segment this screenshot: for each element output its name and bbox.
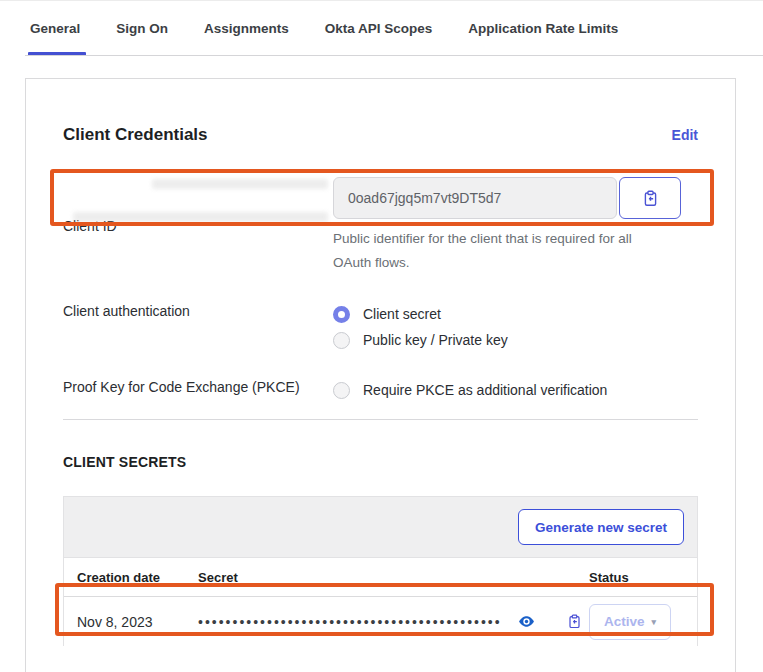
pkce-row: Proof Key for Code Exchange (PKCE) Requi… bbox=[63, 377, 698, 403]
radio-client-secret[interactable]: Client secret bbox=[333, 301, 698, 327]
clipboard-copy-icon bbox=[567, 614, 582, 629]
client-authentication-row: Client authentication Client secret Publ… bbox=[63, 301, 698, 353]
section-divider bbox=[63, 419, 698, 420]
pkce-checkbox-option[interactable]: Require PKCE as additional verification bbox=[333, 377, 698, 403]
secrets-table-header: Creation date Secret Status bbox=[64, 558, 697, 597]
client-id-value-field[interactable]: 0oad67jgq5m7vt9DT5d7 bbox=[333, 177, 617, 219]
client-secrets-title: CLIENT SECRETS bbox=[63, 454, 698, 470]
section-title-client-credentials: Client Credentials bbox=[63, 125, 208, 145]
client-authentication-label: Client authentication bbox=[63, 301, 333, 321]
pkce-label: Proof Key for Code Exchange (PKCE) bbox=[63, 377, 333, 397]
client-secrets-panel: Generate new secret Creation date Secret… bbox=[63, 496, 698, 646]
client-id-help-text: Public identifier for the client that is… bbox=[333, 227, 673, 275]
pkce-option-label: Require PKCE as additional verification bbox=[363, 382, 607, 398]
secrets-panel-header: Generate new secret bbox=[64, 497, 697, 558]
radio-unselected-icon bbox=[333, 332, 350, 349]
header-status: Status bbox=[589, 570, 684, 585]
tab-application-rate-limits[interactable]: Application Rate Limits bbox=[468, 1, 618, 56]
masked-secret-value: ••••••••••••••••••••••••••••••••••••••••… bbox=[198, 614, 502, 630]
tab-assignments[interactable]: Assignments bbox=[204, 1, 289, 56]
header-secret: Secret bbox=[198, 570, 589, 585]
tab-general[interactable]: General bbox=[30, 1, 80, 56]
tab-sign-on[interactable]: Sign On bbox=[116, 1, 168, 56]
reveal-secret-button[interactable] bbox=[518, 613, 535, 630]
secret-status-dropdown[interactable]: Active ▾ bbox=[589, 604, 671, 640]
secret-creation-date: Nov 8, 2023 bbox=[77, 614, 198, 630]
generate-new-secret-button[interactable]: Generate new secret bbox=[518, 509, 684, 545]
header-creation-date: Creation date bbox=[77, 570, 198, 585]
chevron-down-icon: ▾ bbox=[652, 617, 657, 627]
copy-client-id-button[interactable] bbox=[619, 177, 681, 219]
client-id-label: Client ID bbox=[63, 216, 333, 236]
clipboard-copy-icon bbox=[642, 190, 659, 207]
status-label: Active bbox=[604, 614, 645, 629]
client-id-row: Client ID 0oad67jgq5m7vt9DT5d7 bbox=[63, 177, 698, 275]
secret-table-row: Nov 8, 2023 ••••••••••••••••••••••••••••… bbox=[64, 597, 697, 646]
tab-bar: General Sign On Assignments Okta API Sco… bbox=[0, 1, 763, 56]
tabbar-divider bbox=[25, 55, 763, 56]
copy-secret-button[interactable] bbox=[567, 614, 582, 629]
okta-app-settings-page: General Sign On Assignments Okta API Sco… bbox=[0, 0, 763, 672]
radio-selected-icon bbox=[333, 306, 350, 323]
eye-icon bbox=[518, 613, 535, 630]
client-credentials-card: Client Credentials Edit Client ID 0oad67… bbox=[25, 78, 736, 672]
tab-okta-api-scopes[interactable]: Okta API Scopes bbox=[325, 1, 433, 56]
edit-link[interactable]: Edit bbox=[672, 127, 698, 143]
radio-public-private-key-label: Public key / Private key bbox=[363, 332, 508, 348]
radio-public-private-key[interactable]: Public key / Private key bbox=[333, 327, 698, 353]
checkbox-unchecked-icon bbox=[333, 382, 350, 399]
radio-client-secret-label: Client secret bbox=[363, 306, 441, 322]
